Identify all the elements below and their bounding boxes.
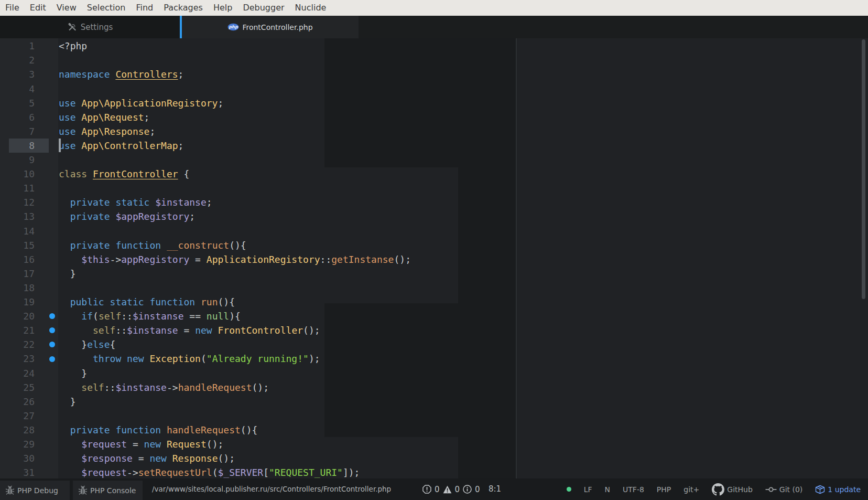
status-utf-8[interactable]: UTF-8: [623, 485, 644, 494]
code-line-30: $response = new Response();: [59, 451, 235, 465]
menu-bar: FileEditViewSelectionFindPackagesHelpDeb…: [0, 0, 868, 16]
tab-frontcontroller-php[interactable]: php FrontController.php: [182, 16, 359, 38]
vertical-scrollbar[interactable]: [861, 38, 867, 478]
menu-help[interactable]: Help: [208, 0, 237, 16]
code-line-29: $request = new Request();: [59, 437, 223, 451]
code-line-1: <?php: [59, 39, 87, 53]
code-line-20: if(self::$instanse == null){: [59, 309, 241, 323]
bug-icon: [78, 485, 88, 496]
code-line-8: use App\ControllerMap;: [59, 139, 183, 153]
warning-count[interactable]: 0: [443, 485, 460, 494]
code-line-12: private static $instanse;: [59, 195, 212, 209]
menu-debugger[interactable]: Debugger: [237, 0, 289, 16]
code-line-10: class FrontController {: [59, 167, 189, 181]
status-n[interactable]: N: [605, 485, 610, 494]
file-path: /var/www/sites/local.publisher.ru/src/Co…: [152, 478, 391, 500]
text-cursor: [59, 139, 61, 152]
status-1-update[interactable]: 1 update: [815, 485, 861, 494]
code-line-6: use App\Request;: [59, 110, 149, 124]
status-label: Git (0): [779, 485, 803, 494]
git-commit-icon: [765, 485, 777, 494]
info-count[interactable]: 0: [463, 485, 480, 494]
menu-view[interactable]: View: [51, 0, 82, 16]
code-line-19: public static function run(){: [59, 295, 235, 309]
diagnostic-count: 0: [455, 485, 460, 494]
code-line-23: throw new Exception("Already running!");: [59, 352, 320, 366]
status-git-0[interactable]: Git (0): [765, 485, 803, 494]
code-line-25: self::$instanse->handleRequest();: [59, 380, 269, 395]
menu-file[interactable]: File: [0, 0, 25, 16]
tab-settings[interactable]: Settings: [0, 16, 180, 38]
menu-selection[interactable]: Selection: [82, 0, 131, 16]
warning-icon: [443, 485, 452, 494]
panel-toggle-label: PHP Console: [90, 486, 136, 495]
cursor-position[interactable]: 8:1: [489, 478, 501, 500]
menu-find[interactable]: Find: [131, 0, 158, 16]
menu-packages[interactable]: Packages: [158, 0, 208, 16]
menu-edit[interactable]: Edit: [25, 0, 51, 16]
code-line-28: private function handleRequest(){: [59, 423, 257, 437]
scrollbar-thumb[interactable]: [862, 39, 865, 299]
code-line-31: $request->setRequestUrl($_SERVER["REQUES…: [59, 465, 360, 478]
code-line-21: self::$instanse = new FrontController();: [59, 323, 320, 337]
svg-text:php: php: [229, 24, 239, 29]
status-label: N: [605, 485, 610, 494]
package-icon: [815, 485, 825, 494]
health-dot-icon: [567, 487, 571, 492]
atom-editor-window: FileEditViewSelectionFindPackagesHelpDeb…: [0, 0, 868, 500]
status-health-dot[interactable]: [567, 487, 571, 492]
info-icon: [463, 485, 472, 494]
code-line-16: $this->appRegistory = ApplicationRegisto…: [59, 252, 411, 267]
error-icon: [422, 485, 431, 494]
tab-settings-label: Settings: [81, 23, 113, 32]
diagnostics[interactable]: 000: [422, 478, 483, 500]
panel-toggle-php-console[interactable]: PHP Console: [73, 481, 143, 500]
panel-toggle-label: PHP Debug: [17, 486, 58, 495]
tools-icon: [67, 22, 78, 32]
github-icon: [712, 483, 724, 496]
status-label: LF: [584, 485, 592, 494]
code-line-24: }: [59, 366, 87, 380]
status-github[interactable]: GitHub: [712, 483, 753, 496]
panel-toggle-php-debug[interactable]: PHP Debug: [0, 481, 70, 500]
status-php[interactable]: PHP: [657, 485, 671, 494]
error-count[interactable]: 0: [422, 485, 440, 494]
menu-nuclide[interactable]: Nuclide: [290, 0, 332, 16]
code-line-13: private $appRegistory;: [59, 209, 195, 224]
diagnostic-count: 0: [435, 485, 440, 494]
code-editor[interactable]: 1234567891011121314151617181920212223242…: [0, 38, 868, 478]
status-git[interactable]: git+: [683, 485, 699, 494]
status-label: git+: [683, 485, 699, 494]
code-line-17: }: [59, 267, 76, 281]
php-icon: php: [227, 23, 239, 31]
code-line-3: namespace Controllers;: [59, 67, 183, 81]
diagnostic-count: 0: [475, 485, 480, 494]
status-label: PHP: [657, 485, 671, 494]
status-label: GitHub: [727, 485, 753, 494]
code-area: <?phpnamespace Controllers;use App\Appli…: [0, 38, 868, 478]
code-line-5: use App\ApplicationRegistory;: [59, 96, 223, 110]
status-bar: PHP DebugPHP Console /var/www/sites/loca…: [0, 478, 868, 500]
status-label: 1 update: [828, 485, 861, 494]
code-line-22: }else{: [59, 337, 115, 352]
status-label: UTF-8: [623, 485, 644, 494]
tab-bar: Settings php FrontController.php: [0, 16, 868, 38]
tab-frontcontroller-label: FrontController.php: [242, 23, 312, 31]
code-line-15: private function __construct(){: [59, 238, 246, 252]
status-lf[interactable]: LF: [584, 485, 592, 494]
code-line-26: }: [59, 395, 76, 409]
code-line-7: use App\Response;: [59, 124, 155, 139]
bug-icon: [5, 485, 15, 496]
